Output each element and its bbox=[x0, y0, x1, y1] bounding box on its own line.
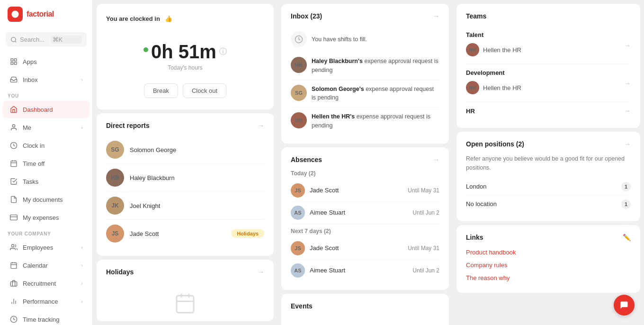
person-row-jade[interactable]: JS Jade Scott Holidays bbox=[106, 220, 264, 247]
search-box[interactable]: Search... ⌘K bbox=[6, 32, 87, 47]
inbox-text-haley: Haley Blackburn's expense approval reque… bbox=[312, 57, 439, 75]
events-header: Events bbox=[291, 302, 439, 310]
person-name-solomon: Solomon George bbox=[130, 146, 176, 153]
team-development-member: HH Hellen the HR bbox=[466, 78, 624, 97]
position-count-no-location: 1 bbox=[621, 199, 631, 209]
clock-info-icon: ⓘ bbox=[219, 47, 227, 57]
sidebar-item-clock-in[interactable]: Clock in bbox=[3, 137, 89, 154]
clock-out-button[interactable]: Clock out bbox=[183, 83, 226, 98]
expenses-icon bbox=[9, 213, 18, 222]
sidebar-item-dashboard[interactable]: Dashboard bbox=[3, 101, 89, 118]
links-edit-icon[interactable]: ✏️ bbox=[623, 234, 631, 241]
logo-icon bbox=[8, 7, 23, 22]
team-development-arrow[interactable]: → bbox=[624, 80, 631, 87]
team-talent-name: Talent bbox=[466, 31, 624, 38]
position-name-london: London bbox=[466, 183, 486, 190]
person-row-haley[interactable]: HB Haley Blackburn bbox=[106, 164, 264, 192]
inbox-avatar-haley: HB bbox=[291, 57, 307, 73]
sidebar-item-apps[interactable]: Apps bbox=[3, 53, 89, 70]
sidebar-item-calendar[interactable]: Calendar › bbox=[3, 257, 89, 274]
sidebar-item-my-expenses[interactable]: My expenses bbox=[3, 209, 89, 226]
sidebar: factorial Search... ⌘K Apps Inbox › YOU … bbox=[0, 0, 93, 325]
absence-avatar-jade-today: JS bbox=[291, 183, 305, 198]
inbox-arrow[interactable]: → bbox=[433, 12, 439, 20]
sidebar-item-time-off[interactable]: Time off bbox=[3, 155, 89, 172]
shift-clock-icon bbox=[291, 31, 307, 47]
inbox-item-solomon[interactable]: SG Solomon George's expense approval req… bbox=[291, 80, 439, 108]
svg-rect-2 bbox=[14, 59, 17, 61]
sidebar-item-performance[interactable]: Performance › bbox=[3, 293, 89, 310]
inbox-item-haley[interactable]: HB Haley Blackburn's expense approval re… bbox=[291, 52, 439, 80]
inbox-avatar-solomon: SG bbox=[291, 85, 307, 101]
sidebar-item-time-tracking-label: Time tracking bbox=[23, 316, 60, 323]
home-icon bbox=[9, 105, 18, 114]
absence-row-aimee-today[interactable]: AS Aimee Stuart Until Jun 2 bbox=[291, 202, 439, 224]
events-empty bbox=[291, 316, 439, 325]
inbox-header: Inbox (23) → bbox=[291, 12, 439, 20]
right-column: Teams Talent HH Hellen the HR → Developm… bbox=[453, 0, 644, 325]
holidays-arrow[interactable]: → bbox=[258, 268, 264, 276]
sidebar-item-time-tracking[interactable]: Time tracking bbox=[3, 311, 89, 325]
direct-reports-arrow[interactable]: → bbox=[258, 122, 264, 129]
employees-chevron: › bbox=[81, 244, 83, 250]
svg-point-5 bbox=[12, 125, 15, 127]
absence-name-aimee-next: Aimee Stuart bbox=[310, 267, 408, 274]
chat-button[interactable] bbox=[614, 295, 635, 316]
absence-date-jade-next: Until May 31 bbox=[408, 245, 439, 252]
sidebar-item-recruitment-label: Recruitment bbox=[23, 280, 56, 287]
svg-rect-7 bbox=[11, 161, 17, 167]
link-reason-why[interactable]: The reason why bbox=[466, 271, 631, 284]
inbox-chevron: › bbox=[81, 77, 83, 82]
open-positions-card: Open positions (2) → Refer anyone you be… bbox=[456, 132, 640, 221]
inbox-item-hellen[interactable]: HH Hellen the HR's expense approval requ… bbox=[291, 108, 439, 135]
svg-rect-3 bbox=[11, 62, 13, 64]
sidebar-item-inbox[interactable]: Inbox › bbox=[3, 71, 89, 88]
absences-today-label: Today (2) bbox=[291, 170, 439, 177]
sidebar-item-tasks[interactable]: Tasks bbox=[3, 173, 89, 190]
absence-row-aimee-next[interactable]: AS Aimee Stuart Until Jun 2 bbox=[291, 260, 439, 281]
open-positions-arrow[interactable]: → bbox=[624, 140, 631, 148]
sidebar-item-inbox-label: Inbox bbox=[23, 76, 38, 83]
clock-title: You are clocked in 👍 bbox=[106, 15, 264, 22]
sidebar-item-employees-label: Employees bbox=[23, 244, 53, 251]
team-development-avatar: HH bbox=[466, 81, 479, 94]
avatar-jade: JS bbox=[106, 225, 124, 243]
person-row-solomon[interactable]: SG Solomon George bbox=[106, 136, 264, 164]
position-row-london[interactable]: London 1 bbox=[466, 178, 631, 196]
time-tracking-icon bbox=[9, 315, 18, 324]
me-chevron: › bbox=[81, 125, 83, 130]
avatar-haley: HB bbox=[106, 169, 124, 187]
team-development-member-name: Hellen the HR bbox=[483, 84, 521, 91]
team-hr-arrow[interactable]: → bbox=[624, 107, 631, 115]
link-company-rules[interactable]: Company rules bbox=[466, 259, 631, 271]
recruitment-chevron: › bbox=[81, 280, 83, 286]
performance-chevron: › bbox=[81, 298, 83, 304]
absences-arrow[interactable]: → bbox=[433, 156, 439, 163]
sidebar-item-employees[interactable]: Employees › bbox=[3, 239, 89, 256]
holidays-badge: Holidays bbox=[231, 229, 264, 238]
absence-avatar-aimee-next: AS bbox=[291, 263, 305, 278]
sidebar-item-recruitment[interactable]: Recruitment › bbox=[3, 275, 89, 292]
person-name-jade: Jade Scott bbox=[130, 230, 159, 237]
sidebar-item-me[interactable]: Me › bbox=[3, 119, 89, 136]
team-talent-member-name: Hellen the HR bbox=[483, 46, 521, 54]
team-talent-avatar: HH bbox=[466, 43, 479, 56]
inbox-item-shift[interactable]: You have shifts to fill. bbox=[291, 27, 439, 52]
holidays-header: Holidays → bbox=[106, 268, 264, 276]
open-positions-header: Open positions (2) → bbox=[466, 140, 631, 148]
team-development-name: Development bbox=[466, 69, 624, 76]
chat-icon bbox=[619, 300, 629, 310]
link-product-handbook[interactable]: Product handbook bbox=[466, 246, 631, 259]
team-talent-arrow[interactable]: → bbox=[624, 42, 631, 49]
absence-row-jade-next[interactable]: JS Jade Scott Until May 31 bbox=[291, 237, 439, 260]
main-content: You are clocked in 👍 0h 51m ⓘ Today's ho… bbox=[93, 0, 644, 325]
absence-row-jade-today[interactable]: JS Jade Scott Until May 31 bbox=[291, 180, 439, 202]
sidebar-item-my-documents[interactable]: My documents bbox=[3, 191, 89, 208]
position-row-no-location[interactable]: No location 1 bbox=[466, 196, 631, 213]
search-placeholder: Search... bbox=[20, 36, 48, 43]
logo-text: factorial bbox=[27, 10, 54, 18]
absences-next7-label: Next 7 days (2) bbox=[291, 228, 439, 235]
person-row-joel[interactable]: JK Joel Knight bbox=[106, 192, 264, 220]
sidebar-item-performance-label: Performance bbox=[23, 298, 58, 305]
break-button[interactable]: Break bbox=[144, 83, 178, 98]
